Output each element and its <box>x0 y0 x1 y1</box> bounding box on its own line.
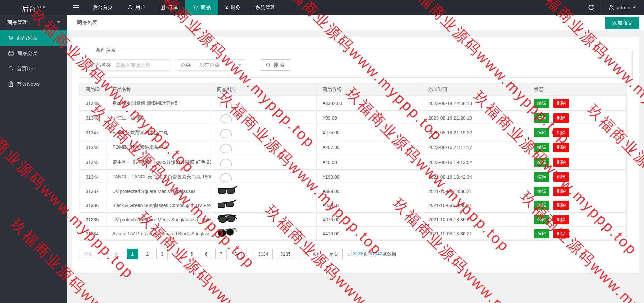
table-row: 31336 Black & Green Sunglasses Combo wit… <box>79 198 627 213</box>
sidebar-item-home-news[interactable]: 首页News <box>0 76 67 92</box>
goods-name-input[interactable] <box>115 60 171 70</box>
edit-button[interactable]: 编辑 <box>534 158 549 167</box>
sidebar-item-goods-list[interactable]: 商品列表 <box>0 30 67 46</box>
goods-add-time: 2021-10-08 18:36:21 <box>422 184 528 198</box>
pagination-prev[interactable]: 上一页 <box>101 249 123 259</box>
goods-id: 31334 <box>79 227 106 241</box>
goods-add-time: 2021-10-08 18:36:21 <box>422 227 528 241</box>
goods-id: 31337 <box>79 184 106 198</box>
pagination-page-3134[interactable]: 3134 <box>254 249 273 259</box>
nav-item-dashboard[interactable]: 后台首页 <box>85 0 120 15</box>
goods-add-time: 2023-08-16 21:20:10 <box>422 111 528 125</box>
goods-id: 31348 <box>79 111 106 125</box>
col-add-time: 添加时间 <box>422 83 528 96</box>
pagination-page-4[interactable]: 4 <box>171 249 182 259</box>
sunglasses-product-image <box>217 199 238 210</box>
sidebar-item-home-roll[interactable]: 首页Roll <box>0 61 67 76</box>
delete-button[interactable]: 删除 <box>553 128 569 137</box>
goods-id: 31349 <box>79 96 106 111</box>
sidebar-item-goods-category[interactable]: 商品分类 <box>0 46 67 61</box>
pagination-page-1[interactable]: 1 <box>127 249 138 259</box>
pagination-page-6[interactable]: 6 <box>201 249 212 259</box>
pagination-page-8[interactable]: 8 <box>230 249 241 259</box>
pagination-page-3[interactable]: 3 <box>156 249 168 259</box>
layers-icon <box>8 51 14 56</box>
delete-button[interactable]: 删除 <box>553 201 569 210</box>
app-logo-text: 后台 <box>22 5 36 12</box>
search-button[interactable]: 搜 索 <box>261 59 290 71</box>
delete-button[interactable]: 删除 <box>553 187 569 196</box>
goods-name-label: 商品名称 <box>87 62 115 68</box>
goods-price: ¥275.00 <box>317 125 422 140</box>
pagination-page-7[interactable]: 7 <box>215 249 227 259</box>
nav-item-users[interactable]: 用户 <box>120 0 153 15</box>
search-panel: 条件搜索 商品名称 分类 所有分类 搜 <box>79 47 633 78</box>
table-row: 31348 余仁生 - 活眼素 ¥99.00 2023-08-16 21:20:… <box>79 111 627 125</box>
edit-button[interactable]: 编辑 <box>534 187 549 196</box>
sunglasses-product-image <box>217 227 238 239</box>
page-title: 商品列表 <box>67 15 644 30</box>
goods-name: Black & Green Sunglasses Combo with UV P… <box>106 198 211 213</box>
nav-item-orders[interactable]: 订单 <box>153 0 185 15</box>
edit-button[interactable]: 编辑 <box>534 99 549 108</box>
delete-button[interactable]: 删除 <box>553 143 569 152</box>
edit-button[interactable]: 编辑 <box>534 172 549 182</box>
delete-button[interactable]: 删除 <box>553 113 569 123</box>
goods-price: ¥339.07 <box>317 198 422 213</box>
edit-button[interactable]: 编辑 <box>534 229 549 238</box>
table-row: 31335 UV protected Square Men's Sunglass… <box>79 213 627 227</box>
nav-item-goods[interactable]: 商品 <box>185 0 218 15</box>
search-icon <box>266 63 271 68</box>
table-row: 31337 UV protected Square Men's Sunglass… <box>79 184 627 198</box>
edit-button[interactable]: 编辑 <box>534 143 549 152</box>
chevron-down-icon <box>237 64 241 66</box>
goods-add-time: 2023-08-16 21:19:32 <box>422 125 528 140</box>
cart-icon <box>8 35 14 41</box>
clipboard-icon <box>8 81 13 87</box>
delete-button[interactable]: 删除 <box>553 158 569 167</box>
app-logo: 后台V1.0 <box>0 0 67 15</box>
sunglasses-product-image <box>217 185 238 196</box>
user-menu[interactable]: admin <box>601 0 644 15</box>
goods-name: 資生堂 - 【超低價】fino高效滲透護髮膜 紅色 230g... <box>106 155 211 170</box>
goods-add-time: 2023-08-18 22:58:13 <box>422 96 528 111</box>
sidebar-group-goods-management[interactable]: 商品管理 <box>0 15 67 30</box>
delete-button[interactable]: 删除 <box>553 215 569 224</box>
table-row: 31334 Aviator UV Protected Polarized Bla… <box>79 227 627 241</box>
menu-toggle-button[interactable] <box>67 0 85 15</box>
edit-button[interactable]: 编辑 <box>534 215 549 224</box>
pagination-last[interactable]: 尾页 <box>325 249 343 259</box>
delete-button[interactable]: 删除 <box>553 99 569 108</box>
edit-button[interactable]: 编辑 <box>534 113 549 123</box>
sunglasses-product-image <box>217 213 238 225</box>
col-status: 状态 <box>528 83 627 96</box>
pagination-page-3135[interactable]: 3135 <box>276 249 295 259</box>
refresh-button[interactable] <box>582 0 600 15</box>
app-version: V1.0 <box>37 5 45 9</box>
goods-name: POME - 麴酵素納米益生丸 <box>106 140 211 155</box>
chevron-down-icon <box>57 21 60 23</box>
goods-price: ¥419.00 <box>317 227 422 241</box>
goods-name: 身高體重測量儀 (附BMI計算)×5 <box>106 96 211 111</box>
nav-item-system[interactable]: 系统管理 <box>248 0 283 15</box>
goods-price: ¥267.00 <box>317 140 422 155</box>
add-goods-button[interactable]: 添加商品 <box>605 17 639 29</box>
category-select[interactable]: 所有分类 <box>195 62 246 68</box>
pagination-page-5[interactable]: 5 <box>186 249 197 259</box>
delete-button[interactable]: 删除 <box>553 172 569 182</box>
goods-add-time: 2021-10-08 18:36:21 <box>422 198 528 213</box>
nav-item-finance[interactable]: ¥ 财务 <box>218 0 248 15</box>
delete-button[interactable]: 删除 <box>553 229 569 238</box>
goods-name: UV protected Square Men's Sunglasses <box>106 184 211 198</box>
pagination-next[interactable]: 下一页 <box>299 249 321 259</box>
edit-button[interactable]: 编辑 <box>534 201 549 210</box>
goods-id: 31346 <box>79 140 106 155</box>
edit-button[interactable]: 编辑 <box>534 128 549 137</box>
sidebar: 商品管理 商品列表 商品分类 首页Roll 首页News <box>0 15 67 303</box>
pagination-page-2[interactable]: 2 <box>142 249 153 259</box>
chevron-up-icon <box>633 6 636 8</box>
goods-id: 31344 <box>79 170 106 184</box>
goods-name: Aviator UV Protected Polarized Black Sun… <box>106 227 211 241</box>
goods-add-time: 2021-10-08 18:36:21 <box>422 213 528 227</box>
pagination-first[interactable]: 首页 <box>79 249 97 259</box>
